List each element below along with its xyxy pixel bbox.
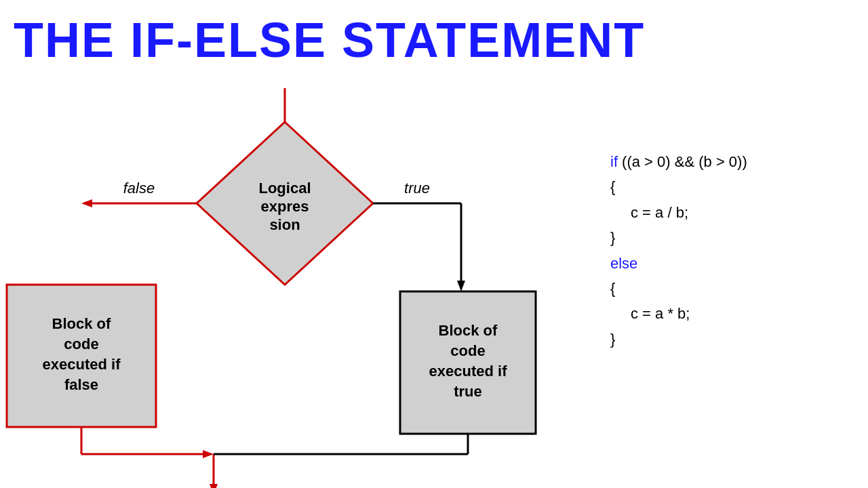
code-line-7: c = a * b; (610, 301, 854, 326)
code-line-4: } (610, 225, 854, 250)
svg-marker-7 (81, 199, 92, 207)
code-line-1-rest: ((a > 0) && (b > 0)) (618, 153, 747, 170)
code-line-2: { (610, 174, 854, 199)
code-line-1: if ((a > 0) && (b > 0)) (610, 149, 854, 174)
svg-text:Logical: Logical (258, 180, 311, 197)
svg-text:expres: expres (261, 198, 309, 215)
code-line-5: else (610, 251, 854, 276)
svg-text:Block of: Block of (52, 315, 111, 332)
code-line-8: } (610, 327, 854, 352)
svg-text:true: true (404, 180, 430, 197)
svg-marker-18 (210, 484, 218, 488)
page-title: THE IF-ELSE STATEMENT (14, 12, 645, 68)
svg-marker-22 (457, 281, 465, 291)
svg-marker-16 (203, 450, 214, 458)
code-panel: if ((a > 0) && (b > 0)) { c = a / b; } e… (610, 149, 854, 352)
svg-text:executed if: executed if (43, 356, 121, 373)
svg-text:Block of: Block of (439, 322, 498, 339)
svg-text:false: false (123, 180, 155, 197)
svg-text:false: false (64, 376, 98, 393)
flowchart-diagram: Logical expres sion false Block of code … (0, 88, 583, 488)
code-line-3: c = a / b; (610, 200, 854, 225)
keyword-if: if (610, 153, 618, 170)
svg-text:code: code (64, 336, 98, 352)
svg-text:sion: sion (269, 216, 300, 233)
svg-text:code: code (450, 342, 485, 359)
svg-text:true: true (454, 383, 482, 400)
code-line-6: { (610, 276, 854, 301)
svg-text:executed if: executed if (429, 363, 508, 380)
